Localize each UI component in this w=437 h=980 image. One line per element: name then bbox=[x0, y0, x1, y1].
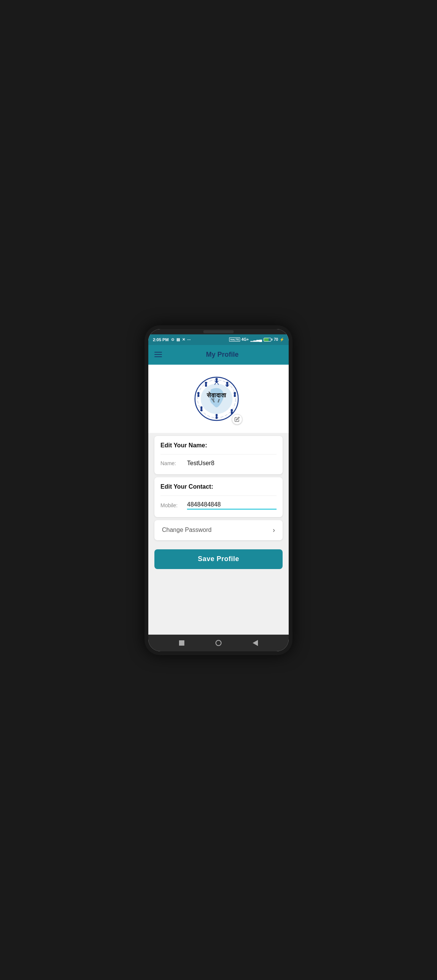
page-title: My Profile bbox=[162, 351, 282, 359]
back-triangle-icon bbox=[253, 640, 258, 646]
svg-rect-3 bbox=[216, 380, 218, 383]
time-display: 2:05 PM bbox=[153, 337, 169, 342]
status-icon-1: ⊙ bbox=[171, 337, 174, 342]
volte-icon: VoLTE bbox=[229, 337, 240, 342]
svg-text:सेवादाता: सेवादाता bbox=[206, 391, 226, 398]
pencil-icon bbox=[234, 417, 240, 422]
main-content: सेवादाता bbox=[148, 365, 289, 635]
mobile-field-row: Mobile: bbox=[161, 500, 276, 511]
status-dots: ··· bbox=[187, 337, 191, 342]
logo-container: सेवादाता bbox=[194, 376, 243, 425]
status-icon-3: ✕ bbox=[182, 337, 185, 342]
mobile-label: Mobile: bbox=[161, 502, 187, 508]
hamburger-menu-icon[interactable] bbox=[155, 352, 162, 357]
contact-card: Edit Your Contact: Mobile: bbox=[155, 477, 282, 517]
battery-level: 70 bbox=[274, 337, 278, 342]
charging-icon: ⚡ bbox=[279, 337, 284, 342]
app-logo: सेवादाता bbox=[194, 376, 239, 422]
name-field-row: Name: bbox=[161, 458, 276, 468]
battery-body bbox=[264, 338, 271, 342]
square-icon bbox=[179, 640, 184, 646]
status-bar: 2:05 PM ⊙ ▤ ✕ ··· VoLTE 4G+ ▁▂▃▄ 70 ⚡ bbox=[148, 334, 289, 345]
edit-photo-button[interactable] bbox=[232, 414, 242, 425]
notch bbox=[203, 330, 234, 333]
status-icon-2: ▤ bbox=[176, 337, 180, 342]
svg-rect-19 bbox=[201, 406, 203, 409]
chevron-right-icon: › bbox=[273, 526, 275, 534]
change-password-card[interactable]: Change Password › bbox=[155, 520, 282, 540]
notch-bar bbox=[148, 329, 289, 334]
svg-rect-15 bbox=[231, 411, 233, 414]
status-left: 2:05 PM ⊙ ▤ ✕ ··· bbox=[153, 337, 191, 342]
save-profile-button[interactable]: Save Profile bbox=[155, 549, 282, 569]
circle-icon bbox=[215, 640, 222, 646]
name-input[interactable] bbox=[187, 460, 276, 467]
svg-point-14 bbox=[231, 409, 233, 411]
change-password-label: Change Password bbox=[162, 527, 212, 533]
divider-1 bbox=[161, 454, 276, 455]
mobile-input[interactable] bbox=[187, 501, 276, 509]
back-button[interactable] bbox=[250, 638, 261, 648]
profile-logo-section: सेवादाता bbox=[148, 365, 289, 433]
svg-rect-17 bbox=[216, 414, 218, 417]
app-bar: My Profile bbox=[148, 345, 289, 365]
name-card-title: Edit Your Name: bbox=[161, 442, 276, 449]
bottom-navigation bbox=[148, 635, 289, 651]
battery-fill bbox=[264, 338, 269, 341]
svg-rect-9 bbox=[226, 384, 228, 387]
name-card: Edit Your Name: Name: bbox=[155, 436, 282, 474]
battery-indicator bbox=[264, 338, 273, 342]
signal-bars: ▁▂▃▄ bbox=[250, 337, 262, 342]
svg-rect-23 bbox=[205, 384, 207, 387]
phone-frame: 2:05 PM ⊙ ▤ ✕ ··· VoLTE 4G+ ▁▂▃▄ 70 ⚡ bbox=[145, 325, 292, 655]
home-button[interactable] bbox=[213, 638, 224, 648]
status-right: VoLTE 4G+ ▁▂▃▄ 70 ⚡ bbox=[229, 337, 284, 342]
phone-screen: 2:05 PM ⊙ ▤ ✕ ··· VoLTE 4G+ ▁▂▃▄ 70 ⚡ bbox=[148, 329, 289, 651]
recent-apps-button[interactable] bbox=[176, 638, 187, 648]
battery-tip bbox=[272, 339, 273, 340]
signal-type: 4G+ bbox=[242, 337, 249, 342]
divider-2 bbox=[161, 495, 276, 496]
name-label: Name: bbox=[161, 460, 187, 466]
contact-card-title: Edit Your Contact: bbox=[161, 484, 276, 490]
